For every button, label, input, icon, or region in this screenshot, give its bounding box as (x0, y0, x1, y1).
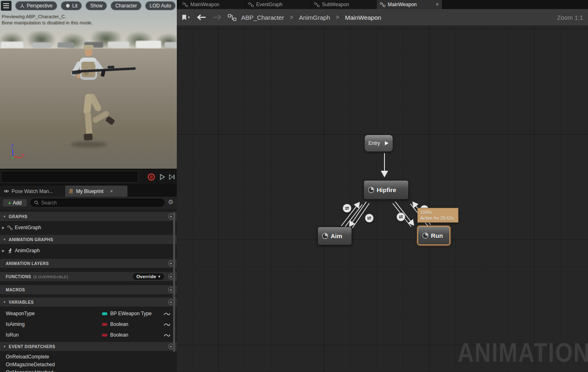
variable-row-weapontype[interactable]: WeaponType BP EWeapon Type (0, 308, 177, 319)
tab-pose-watch-manager[interactable]: Pose Watch Man... (0, 186, 65, 197)
animation-watermark: ANIMATION (458, 337, 588, 368)
lod-auto-button[interactable]: LOD Auto (145, 1, 176, 10)
perspective-button[interactable]: Perspective (15, 1, 57, 10)
graph-breadcrumb-bar: ▾ ABP_Character > AnimGraph > MainWeapon… (177, 9, 588, 26)
event-dispatcher-row[interactable]: OnMagazineAttached (0, 368, 177, 372)
variable-type-pin (102, 312, 107, 315)
animation-blueprint-editor: Previewing ABP_Character_C. Bone manipul… (0, 0, 588, 372)
axis-gizmo: Z X (9, 143, 28, 160)
state-icon (422, 232, 428, 239)
axis-x-label: X (21, 153, 24, 158)
section-animation-graphs[interactable]: ▼ ANIMATION GRAPHS (0, 235, 177, 244)
graph-node-aim[interactable]: Aim (317, 227, 352, 245)
variable-row-isaiming[interactable]: IsAiming Boolean (0, 319, 177, 330)
preview-warning-text: Previewing ABP_Character_C. Bone manipul… (2, 14, 93, 26)
functions-overridable-note: (5 OVERRIDABLE) (33, 274, 68, 279)
tab-my-blueprint[interactable]: My Blueprint × (65, 186, 128, 197)
gear-icon[interactable]: ⚙ (168, 198, 174, 206)
my-blueprint-toolbar: + Add ⚙ (0, 197, 177, 209)
collapse-arrow-icon[interactable]: ▼ (3, 238, 6, 242)
section-variables[interactable]: ▼ VARIABLES + (0, 298, 177, 307)
dispatcher-label: OnReloadComplete (6, 354, 49, 360)
character-label: Character (115, 3, 137, 9)
character-button[interactable]: Character (111, 1, 141, 10)
section-animation-layers[interactable]: ANIMATION LAYERS + (0, 259, 177, 268)
lit-button[interactable]: Lit (61, 1, 82, 10)
timeline-scrubber[interactable] (1, 171, 139, 183)
collapse-arrow-icon[interactable]: ▼ (3, 215, 6, 219)
search-box[interactable] (30, 199, 164, 207)
graph-node-run[interactable]: Run (417, 226, 450, 245)
macros-header-label: MACROS (6, 288, 25, 292)
pose-watch-icon (4, 188, 9, 194)
sidebar-scrollbar[interactable] (173, 212, 175, 352)
entry-node-label: Entry (368, 140, 380, 146)
expand-arrow-icon[interactable]: ▶ (1, 226, 5, 230)
variable-name: WeaponType (6, 311, 35, 316)
chevron-down-icon: ▾ (188, 15, 190, 19)
doc-tab-mainweapon-active[interactable]: MainWeapon × (377, 0, 442, 9)
state-node-label: Aim (331, 232, 342, 239)
axis-x-line (13, 156, 21, 158)
plus-icon: + (8, 200, 12, 206)
state-machine-canvas[interactable]: ANIMATION Entry (177, 9, 588, 372)
animgraph-person-icon (7, 248, 13, 253)
breadcrumb-abp-character[interactable]: ABP_Character (241, 14, 284, 21)
variable-wave-icon (164, 322, 170, 328)
animation-graphs-header-label: ANIMATION GRAPHS (9, 237, 53, 242)
show-label: Show (90, 3, 102, 9)
breadcrumb-animgraph[interactable]: AnimGraph (299, 14, 330, 21)
viewport-menu-button[interactable] (1, 1, 12, 11)
graph-tab-icon (380, 2, 385, 7)
graph-node-entry[interactable]: Entry (364, 135, 393, 152)
collapse-arrow-icon[interactable]: ▼ (3, 300, 6, 304)
doc-tab-label: SubWeapon (322, 2, 349, 7)
graph-node-hipfire[interactable]: Hipfire (363, 180, 409, 200)
breadcrumb-separator: > (330, 14, 345, 21)
variable-name: IsAiming (6, 321, 25, 327)
step-forward-button[interactable] (168, 173, 176, 181)
close-icon[interactable]: × (110, 188, 113, 194)
doc-tab-label: EventGraph (256, 2, 282, 7)
doc-tab-subweapon[interactable]: SubWeapon (311, 0, 377, 9)
transition-rule-icon[interactable] (396, 212, 405, 221)
event-dispatcher-row[interactable]: OnMagazineDetached (0, 360, 177, 368)
tree-item-eventgraph[interactable]: ▶ EventGraph (0, 223, 177, 232)
override-dropdown[interactable]: Override ▾ (133, 273, 164, 280)
back-button[interactable] (197, 14, 206, 21)
forward-button[interactable] (212, 14, 222, 21)
play-button[interactable] (158, 173, 166, 181)
variable-name: IsRun (6, 332, 19, 338)
tree-item-animgraph[interactable]: ▶ AnimGraph (0, 246, 177, 256)
preview-viewport[interactable]: Previewing ABP_Character_C. Bone manipul… (0, 0, 177, 169)
doc-tab-mainweapon-1[interactable]: MainWeapon (179, 0, 245, 9)
blueprint-book-icon (69, 188, 74, 194)
collapse-arrow-icon[interactable]: ▼ (3, 345, 6, 349)
variable-row-isrun[interactable]: IsRun Boolean (0, 330, 177, 340)
breadcrumb-mainweapon[interactable]: MainWeapon (345, 14, 381, 21)
doc-tab-label: MainWeapon (190, 2, 220, 7)
add-button[interactable]: + Add (2, 199, 27, 207)
bookmark-dropdown[interactable]: ▾ (182, 14, 190, 21)
breadcrumb-separator: > (284, 14, 299, 21)
variable-type-pin (102, 334, 107, 337)
expand-arrow-icon[interactable]: ▶ (1, 249, 5, 253)
search-input[interactable] (41, 200, 161, 206)
record-button[interactable] (148, 173, 155, 181)
doc-tab-eventgraph[interactable]: EventGraph (245, 0, 311, 9)
section-functions[interactable]: FUNCTIONS (5 OVERRIDABLE) Override ▾ + (0, 272, 177, 281)
close-icon[interactable]: × (436, 2, 439, 7)
entry-output-pin-icon[interactable] (384, 141, 389, 146)
variable-type-label: Boolean (110, 332, 128, 338)
chevron-down-icon: ▾ (158, 274, 160, 279)
event-dispatcher-row[interactable]: OnReloadComplete (0, 353, 177, 360)
section-graphs[interactable]: ▼ GRAPHS + (0, 212, 177, 221)
show-button[interactable]: Show (86, 1, 107, 10)
bookmark-icon (182, 14, 187, 21)
perspective-icon (20, 3, 25, 8)
animation-layers-header-label: ANIMATION LAYERS (6, 261, 49, 266)
transition-rule-icon[interactable] (343, 204, 352, 213)
transition-rule-icon[interactable] (365, 214, 374, 223)
section-macros[interactable]: MACROS + (0, 285, 177, 294)
section-event-dispatchers[interactable]: ▼ EVENT DISPATCHERS + (0, 342, 177, 351)
